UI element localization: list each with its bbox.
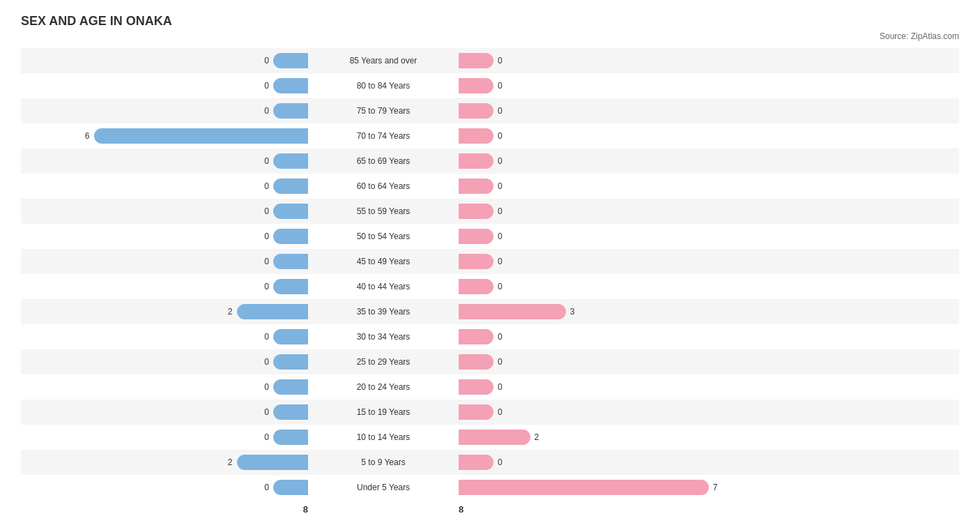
female-side: 0 — [453, 229, 746, 244]
male-value: 0 — [264, 357, 269, 367]
female-bar — [459, 153, 493, 169]
age-label: 25 to 29 Years — [314, 357, 453, 367]
female-bar — [459, 480, 709, 495]
male-bar — [273, 204, 308, 219]
age-label: 40 to 44 Years — [314, 282, 453, 291]
male-value: 6 — [85, 131, 90, 141]
female-value: 0 — [498, 382, 503, 392]
female-value: 0 — [498, 232, 503, 241]
female-value: 7 — [713, 483, 718, 492]
age-label: 60 to 64 Years — [314, 181, 453, 191]
female-side: 0 — [453, 354, 746, 370]
female-value: 3 — [570, 307, 575, 317]
male-bar — [273, 254, 308, 269]
age-label: 35 to 39 Years — [314, 307, 453, 317]
male-bar — [273, 103, 308, 119]
female-side: 0 — [453, 279, 746, 294]
axis-row: 8 8 — [21, 504, 959, 515]
female-value: 0 — [498, 56, 503, 66]
male-value: 0 — [264, 382, 269, 392]
male-value: 0 — [264, 106, 269, 116]
female-bar — [459, 430, 530, 445]
male-bar — [237, 455, 309, 470]
female-value: 0 — [498, 181, 503, 191]
male-bar — [94, 128, 309, 144]
chart-row: 025 to 29 Years0 — [21, 349, 959, 374]
chart-row: 670 to 74 Years0 — [21, 123, 959, 149]
chart-row: 0Under 5 Years7 — [21, 475, 959, 500]
male-side: 0 — [21, 179, 314, 194]
female-value: 0 — [498, 131, 503, 141]
age-label: 70 to 74 Years — [314, 131, 453, 141]
male-side: 0 — [21, 254, 314, 269]
female-side: 0 — [453, 379, 746, 395]
chart-row: 085 Years and over0 — [21, 48, 959, 73]
age-label: 55 to 59 Years — [314, 206, 453, 216]
male-side: 0 — [21, 204, 314, 219]
female-bar — [459, 279, 493, 294]
chart-row: 080 to 84 Years0 — [21, 73, 959, 98]
male-bar — [273, 53, 308, 68]
female-bar — [459, 379, 493, 395]
chart-row: 055 to 59 Years0 — [21, 199, 959, 224]
chart-row: 040 to 44 Years0 — [21, 274, 959, 299]
age-label: 45 to 49 Years — [314, 257, 453, 266]
male-side: 0 — [21, 103, 314, 119]
male-side: 0 — [21, 329, 314, 344]
male-bar — [273, 404, 308, 420]
female-value: 0 — [498, 81, 503, 91]
age-label: 80 to 84 Years — [314, 81, 453, 91]
male-bar — [273, 78, 308, 93]
female-bar — [459, 404, 493, 420]
age-label: 15 to 19 Years — [314, 407, 453, 417]
female-side: 2 — [453, 430, 746, 445]
axis-right: 8 — [459, 504, 464, 515]
age-label: 75 to 79 Years — [314, 106, 453, 116]
chart-row: 065 to 69 Years0 — [21, 149, 959, 174]
male-value: 0 — [264, 407, 269, 417]
female-side: 0 — [453, 78, 746, 93]
age-label: Under 5 Years — [314, 483, 453, 492]
female-bar — [459, 329, 493, 344]
male-value: 0 — [264, 206, 269, 216]
age-label: 30 to 34 Years — [314, 332, 453, 342]
female-side: 3 — [453, 304, 746, 319]
source-label: Source: ZipAtlas.com — [21, 31, 959, 41]
age-label: 85 Years and over — [314, 56, 453, 66]
male-value: 0 — [264, 181, 269, 191]
male-bar — [273, 153, 308, 169]
male-side: 0 — [21, 78, 314, 93]
chart-row: 075 to 79 Years0 — [21, 98, 959, 123]
male-bar — [237, 304, 309, 319]
age-label: 5 to 9 Years — [314, 457, 453, 467]
female-side: 0 — [453, 128, 746, 144]
female-value: 0 — [498, 407, 503, 417]
chart-row: 010 to 14 Years2 — [21, 425, 959, 450]
male-side: 0 — [21, 279, 314, 294]
female-value: 0 — [498, 282, 503, 291]
male-bar — [273, 329, 308, 344]
chart-area: 085 Years and over0080 to 84 Years0075 t… — [21, 48, 959, 500]
age-label: 65 to 69 Years — [314, 156, 453, 166]
female-value: 0 — [498, 332, 503, 342]
male-side: 0 — [21, 430, 314, 445]
chart-row: 060 to 64 Years0 — [21, 174, 959, 199]
male-bar — [273, 179, 308, 194]
male-side: 0 — [21, 404, 314, 420]
female-value: 0 — [498, 457, 503, 467]
female-side: 0 — [453, 455, 746, 470]
female-bar — [459, 354, 493, 370]
female-value: 0 — [498, 257, 503, 266]
male-value: 2 — [228, 307, 233, 317]
axis-left: 8 — [303, 504, 308, 515]
female-bar — [459, 179, 493, 194]
male-value: 0 — [264, 81, 269, 91]
male-value: 0 — [264, 282, 269, 291]
female-bar — [459, 103, 493, 119]
female-side: 7 — [453, 480, 746, 495]
female-side: 0 — [453, 103, 746, 119]
male-value: 0 — [264, 56, 269, 66]
male-value: 0 — [264, 156, 269, 166]
female-bar — [459, 78, 493, 93]
female-side: 0 — [453, 153, 746, 169]
